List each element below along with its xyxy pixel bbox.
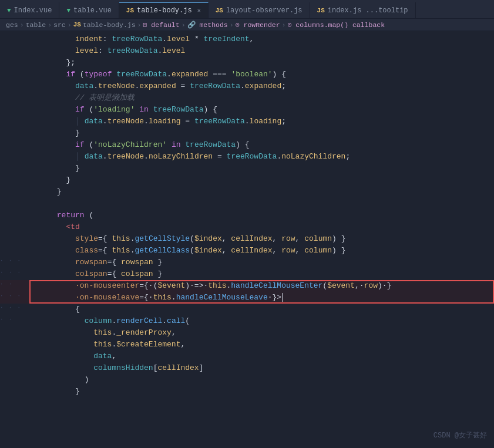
bc-js-icon: JS xyxy=(73,21,81,28)
line-content: // 表明是懒加载 xyxy=(29,92,494,104)
line-content: column.renderCell.call( xyxy=(29,315,494,327)
tab-label: layout-observer.js xyxy=(226,6,303,15)
code-line: rowspan={ rowspan } xyxy=(0,257,494,268)
code-line: indent: treeRowData.level * treeIndent, xyxy=(0,33,494,45)
tab-close-icon[interactable]: ✕ xyxy=(197,7,201,14)
breadcrumb: ges › table › src › JS table-body.js › ⊡… xyxy=(0,19,494,31)
code-line: } xyxy=(0,127,494,139)
line-content: ) xyxy=(29,374,494,386)
tab-table-body-js[interactable]: JS table-body.js ✕ xyxy=(119,2,209,18)
code-line xyxy=(0,198,494,210)
bc-part: table-body.js xyxy=(83,21,136,29)
dot-line-1: · · · · · · · · xyxy=(0,255,28,290)
line-content: return ( xyxy=(29,210,494,221)
bc-callback: ⊙ columns.map() callback xyxy=(288,21,385,29)
code-line: if ('noLazyChildren' in treeRowData) { xyxy=(0,139,494,151)
tab-label: table-body.js xyxy=(137,6,192,15)
code-line-mouseleave: ·on-mouseleave={·this.handleCellMouseLea… xyxy=(0,292,494,304)
line-content: } xyxy=(29,127,494,139)
bc-sep: › xyxy=(137,21,142,29)
code-line: // 表明是懒加载 xyxy=(0,92,494,104)
code-area: indent: treeRowData.level * treeIndent, … xyxy=(0,31,494,445)
tab-table-vue[interactable]: ▼ table.vue xyxy=(59,2,119,18)
line-content xyxy=(29,198,494,210)
line-content: } xyxy=(29,163,494,174)
tab-index-js[interactable]: JS index.js ...tooltip xyxy=(310,2,416,18)
line-content: class={ this.getCellClass($index, cellIn… xyxy=(29,245,494,257)
line-content: indent: treeRowData.level * treeIndent, xyxy=(29,33,494,45)
line-content: ·on-mouseenter={·($event)·=>·this.handle… xyxy=(29,280,494,292)
line-content: style={ this.getCellStyle($index, cellIn… xyxy=(29,233,494,245)
line-content: } xyxy=(29,386,494,398)
code-line: } xyxy=(0,163,494,174)
code-line-mouseenter: ·on-mouseenter={·($event)·=>·this.handle… xyxy=(0,280,494,292)
line-content: this.$createElement, xyxy=(29,339,494,351)
dot-line-2: · · · · · · · · xyxy=(0,290,28,325)
js-icon: JS xyxy=(126,7,134,14)
line-content: this._renderProxy, xyxy=(29,327,494,339)
dot-markers: · · · · · · · · · · · · · · · · xyxy=(0,278,31,302)
code-line: <td xyxy=(0,221,494,233)
code-line: column.renderCell.call( xyxy=(0,315,494,327)
line-content: if ('loading' in treeRowData) { xyxy=(29,104,494,116)
bc-rowrender: ⊙ rowRender xyxy=(236,21,280,29)
code-line: style={ this.getCellStyle($index, cellIn… xyxy=(0,233,494,245)
code-line: }; xyxy=(0,57,494,69)
code-line: } xyxy=(0,186,494,198)
line-content: <td xyxy=(29,221,494,233)
bc-methods: 🔗 methods xyxy=(187,21,228,29)
tab-label: index.js ...tooltip xyxy=(328,6,408,15)
tab-label: Index.vue xyxy=(14,6,52,15)
watermark: CSDN @女子甚好 xyxy=(433,430,487,440)
line-content: { xyxy=(29,304,494,315)
code-lines: indent: treeRowData.level * treeIndent, … xyxy=(0,31,494,400)
line-content: level: treeRowData.level xyxy=(29,45,494,57)
line-content: }; xyxy=(29,57,494,69)
code-line: │ data.treeNode.noLazyChildren = treeRow… xyxy=(0,151,494,163)
code-line: │ data.treeNode.loading = treeRowData.lo… xyxy=(0,116,494,127)
bc-sep: › xyxy=(68,21,72,29)
vue-icon: ▼ xyxy=(66,7,70,14)
line-content: } xyxy=(29,186,494,198)
code-line: this._renderProxy, xyxy=(0,327,494,339)
code-line: data.treeNode.expanded = treeRowData.exp… xyxy=(0,80,494,92)
code-line: ) xyxy=(0,374,494,386)
bc-sep: › xyxy=(182,21,186,29)
tab-index-vue[interactable]: ▼ Index.vue xyxy=(0,2,59,18)
code-line: data, xyxy=(0,351,494,362)
code-line: this.$createElement, xyxy=(0,339,494,351)
line-content: columnsHidden[cellIndex] xyxy=(29,362,494,374)
line-content: rowspan={ rowspan } xyxy=(29,257,494,268)
bc-sep: › xyxy=(48,21,52,29)
code-line: if (typeof treeRowData.expanded === 'boo… xyxy=(0,69,494,80)
code-line: level: treeRowData.level xyxy=(0,45,494,57)
line-content: colspan={ colspan } xyxy=(29,268,494,280)
line-content: ·on-mouseleave={·this.handleCellMouseLea… xyxy=(29,292,494,304)
tab-label: table.vue xyxy=(73,6,112,15)
code-line: return ( xyxy=(0,210,494,221)
line-content: data, xyxy=(29,351,494,362)
vue-icon: ▼ xyxy=(7,7,11,14)
bc-sep: › xyxy=(282,21,286,29)
line-content: │ data.treeNode.noLazyChildren = treeRow… xyxy=(29,151,494,163)
js-icon: JS xyxy=(216,7,223,14)
code-line: columnsHidden[cellIndex] xyxy=(0,362,494,374)
line-content: data.treeNode.expanded = treeRowData.exp… xyxy=(29,80,494,92)
line-content: if ('noLazyChildren' in treeRowData) { xyxy=(29,139,494,151)
js-icon: JS xyxy=(317,7,325,14)
line-content: │ data.treeNode.loading = treeRowData.lo… xyxy=(29,116,494,127)
highlighted-block: ·on-mouseenter={·($event)·=>·this.handle… xyxy=(0,280,494,304)
code-line: { xyxy=(0,304,494,315)
line-content: } xyxy=(29,174,494,186)
code-line: } xyxy=(0,386,494,398)
line-content: if (typeof treeRowData.expanded === 'boo… xyxy=(29,69,494,80)
tab-bar: ▼ Index.vue ▼ table.vue JS table-body.js… xyxy=(0,0,494,19)
bc-sep: › xyxy=(20,21,24,29)
bc-part: ges xyxy=(6,21,18,29)
bc-part: src xyxy=(53,21,66,29)
tab-layout-observer-js[interactable]: JS layout-observer.js xyxy=(209,2,310,18)
bc-default: ⊡ default xyxy=(143,21,180,29)
code-line: colspan={ colspan } xyxy=(0,268,494,280)
code-line: if ('loading' in treeRowData) { xyxy=(0,104,494,116)
bc-sep: › xyxy=(230,21,234,29)
